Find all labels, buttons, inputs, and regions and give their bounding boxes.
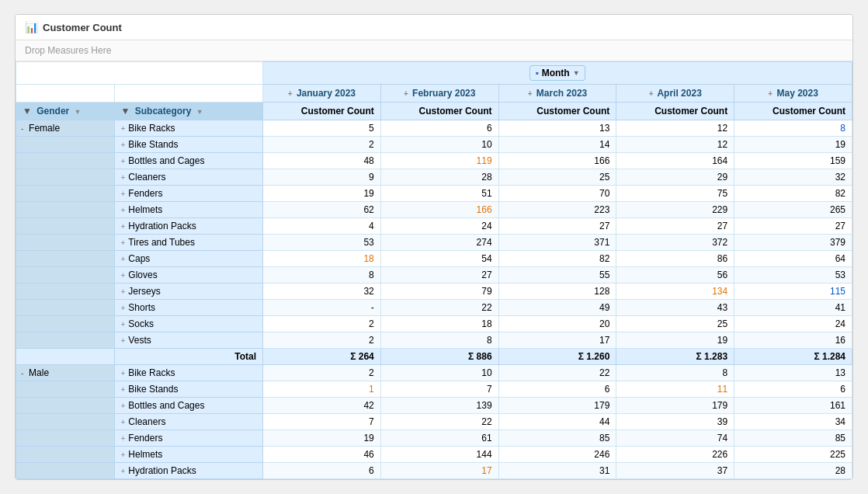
total-label-cell: Total — [114, 349, 262, 365]
mar-value-cell: 14 — [498, 137, 616, 153]
gender-cell — [16, 284, 115, 300]
table-row: +Socks218202524 — [16, 316, 852, 332]
apr-value-cell: 229 — [616, 202, 734, 218]
subcategory-expand-icon[interactable]: + — [121, 320, 126, 329]
feb-value-cell: 51 — [380, 186, 498, 202]
gender-cell — [16, 137, 115, 153]
subcategory-expand-icon[interactable]: + — [121, 467, 126, 475]
apr-value-cell: 37 — [616, 463, 734, 479]
jan-label: January 2023 — [297, 88, 356, 99]
may-total-cell: Σ 1.284 — [734, 349, 852, 365]
subcategory-value: Bike Stands — [128, 139, 178, 150]
feb-value-cell: 7 — [380, 381, 498, 398]
gender-cell: - Male — [16, 365, 115, 381]
subcategory-expand-icon[interactable]: + — [121, 402, 126, 410]
feb-value-cell: 139 — [380, 398, 498, 414]
subcategory-value: Jerseys — [128, 286, 160, 297]
gender-sort-icon[interactable]: ▼ — [75, 108, 82, 116]
table-row: +Shorts-22494341 — [16, 300, 852, 316]
gender-expand-btn[interactable]: ▼ — [23, 106, 32, 117]
mar-value-cell: 179 — [498, 398, 616, 414]
subcategory-expand-icon[interactable]: + — [121, 434, 126, 443]
mar-value-cell: 70 — [498, 186, 616, 202]
gender-cell — [16, 414, 115, 430]
may-value-cell: 16 — [734, 332, 852, 349]
subcategory-expand-icon[interactable]: + — [121, 271, 126, 280]
may-value-cell: 265 — [734, 202, 852, 218]
table-body: - Female+Bike Racks5613128+Bike Stands21… — [16, 120, 852, 480]
jan-value-cell: 42 — [262, 398, 380, 414]
subcategory-expand-icon[interactable]: + — [121, 141, 126, 149]
subcategory-value: Bike Racks — [128, 367, 175, 378]
subcategory-expand-icon[interactable]: + — [121, 304, 126, 312]
gender-expand-icon[interactable]: - — [21, 369, 26, 377]
month-dropdown-icon[interactable]: ▼ — [573, 69, 580, 77]
mar-value-cell: 166 — [498, 153, 616, 169]
subcategory-sort-icon[interactable]: ▼ — [196, 108, 203, 116]
may-value-cell: 41 — [734, 300, 852, 316]
jan-value-cell: 48 — [262, 153, 380, 169]
apr-value-cell: 74 — [616, 430, 734, 447]
subcategory-expand-icon[interactable]: + — [121, 451, 126, 459]
may-value-cell: 27 — [734, 218, 852, 235]
mar-value-cell: 85 — [498, 430, 616, 447]
subcategory-expand-btn[interactable]: ▼ — [121, 106, 130, 117]
gender-cell: - Female — [16, 120, 115, 137]
subcategory-cell: +Cleaners — [114, 414, 262, 430]
may-value-cell: 159 — [734, 153, 852, 169]
mar-expand[interactable]: + — [528, 89, 533, 98]
apr-total-cell: Σ 1.283 — [616, 349, 734, 365]
subcategory-expand-icon[interactable]: + — [121, 222, 126, 231]
month-tag[interactable]: ▪ Month ▼ — [529, 65, 585, 81]
subcategory-expand-icon[interactable]: + — [121, 385, 126, 394]
subcategory-expand-icon[interactable]: + — [121, 124, 126, 133]
total-row: TotalΣ 264Σ 886Σ 1.260Σ 1.283Σ 1.284 — [16, 349, 852, 365]
subcategory-expand-icon[interactable]: + — [121, 157, 126, 165]
feb-total-cell: Σ 886 — [380, 349, 498, 365]
subcategory-expand-icon[interactable]: + — [121, 238, 126, 247]
jan-value-cell: 4 — [262, 218, 380, 235]
may-value-cell: 53 — [734, 267, 852, 284]
subcategory-expand-icon[interactable]: + — [121, 336, 126, 345]
total-gender-cell — [16, 349, 115, 365]
mar-customer-count-header: Customer Count — [498, 103, 616, 120]
data-table-wrapper[interactable]: ▪ Month ▼ + January 2023 + — [16, 61, 852, 479]
may-value-cell: 394 — [734, 479, 852, 480]
table-row: +Bike Stands210141219 — [16, 137, 852, 153]
subcategory-cell: +Shorts — [114, 300, 262, 316]
mar-value-cell: 49 — [498, 300, 616, 316]
gender-cell — [16, 169, 115, 186]
mar-value-cell: 6 — [498, 381, 616, 398]
gender-cell — [16, 218, 115, 235]
subcategory-value: Bike Stands — [128, 384, 178, 395]
subcategory-value: Bottles and Cages — [128, 400, 204, 411]
month-bullet: ▪ — [535, 68, 538, 78]
apr-expand[interactable]: + — [649, 89, 654, 98]
subcategory-value: Cleaners — [128, 416, 165, 427]
jan-expand[interactable]: + — [288, 89, 293, 98]
subcategory-expand-icon[interactable]: + — [121, 369, 126, 377]
subcategory-expand-icon[interactable]: + — [121, 287, 126, 296]
gender-cell — [16, 235, 115, 251]
subcategory-expand-icon[interactable]: + — [121, 206, 126, 214]
chart-icon: 📊 — [25, 21, 38, 33]
subcategory-expand-icon[interactable]: + — [121, 418, 126, 426]
subcategory-expand-icon[interactable]: + — [121, 173, 126, 182]
may-expand[interactable]: + — [768, 89, 773, 98]
feb-value-cell: 22 — [380, 300, 498, 316]
table-row: +Tires and Tubes40245375383394 — [16, 479, 852, 480]
subcategory-cell: +Bike Stands — [114, 137, 262, 153]
feb-value-cell: 54 — [380, 251, 498, 267]
subcategory-cell: +Cleaners — [114, 169, 262, 186]
gender-cell — [16, 267, 115, 284]
feb-value-cell: 144 — [380, 447, 498, 463]
feb-expand[interactable]: + — [404, 89, 408, 98]
subcategory-expand-icon[interactable]: + — [121, 190, 126, 198]
month-header-row: ▪ Month ▼ — [16, 62, 852, 85]
subcategory-value: Helmets — [128, 449, 162, 460]
may-label: May 2023 — [776, 88, 818, 99]
subcategory-expand-icon[interactable]: + — [121, 255, 126, 263]
jan-value-cell: 62 — [262, 202, 380, 218]
drop-measures-zone[interactable]: Drop Measures Here — [16, 40, 852, 61]
gender-expand-icon[interactable]: - — [21, 124, 26, 133]
